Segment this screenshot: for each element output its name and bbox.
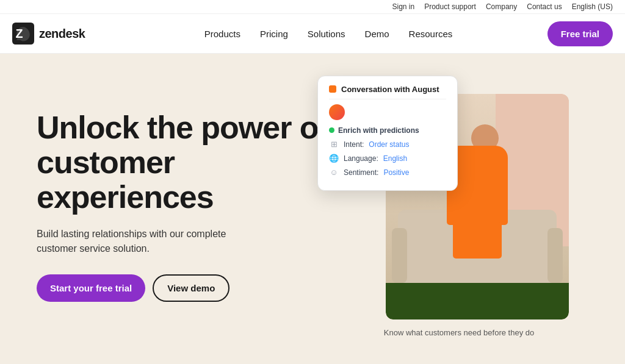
hero-visual: Conversation with August Enrich with pre… bbox=[330, 76, 588, 337]
card-header: Conversation with August bbox=[329, 85, 446, 99]
utility-bar: Sign in Product support Company Contact … bbox=[0, 0, 625, 14]
card-language-row: 🌐 Language: English bbox=[329, 154, 446, 163]
sofa-arm-right bbox=[547, 228, 563, 283]
nav-pricing[interactable]: Pricing bbox=[260, 29, 288, 39]
logo-text: zendesk bbox=[39, 27, 85, 41]
smile-icon: ☺ bbox=[329, 168, 339, 177]
green-dot-icon bbox=[329, 127, 334, 133]
start-free-trial-button[interactable]: Start your free trial bbox=[37, 274, 145, 302]
hero-text-block: Unlock the power of customer experiences… bbox=[37, 110, 330, 302]
contact-us-link[interactable]: Contact us bbox=[527, 2, 562, 11]
nav-products[interactable]: Products bbox=[204, 29, 240, 39]
product-support-link[interactable]: Product support bbox=[424, 2, 476, 11]
hero-section: Unlock the power of customer experiences… bbox=[0, 54, 625, 352]
card-section-title: Enrich with predictions bbox=[329, 126, 446, 135]
navbar: Z zendesk Products Pricing Solutions Dem… bbox=[0, 14, 625, 54]
floor bbox=[386, 283, 569, 319]
nav-links: Products Pricing Solutions Demo Resource… bbox=[109, 29, 547, 39]
zendesk-logo-icon: Z bbox=[12, 23, 34, 45]
svg-text:Z: Z bbox=[15, 27, 23, 40]
globe-icon: 🌐 bbox=[329, 154, 339, 163]
card-title: Conversation with August bbox=[341, 85, 439, 94]
card-avatar bbox=[329, 104, 345, 120]
hero-subtitle: Build lasting relationships with our com… bbox=[37, 227, 269, 256]
hero-title: Unlock the power of customer experiences bbox=[37, 110, 330, 215]
sign-in-link[interactable]: Sign in bbox=[392, 2, 414, 11]
conversation-card: Conversation with August Enrich with pre… bbox=[317, 76, 458, 191]
grid-icon: ⊞ bbox=[329, 140, 339, 149]
nav-resources[interactable]: Resources bbox=[409, 29, 453, 39]
card-header-dot bbox=[329, 85, 336, 93]
nav-solutions[interactable]: Solutions bbox=[308, 29, 345, 39]
view-demo-button[interactable]: View demo bbox=[153, 274, 229, 302]
sofa-arm-left bbox=[392, 228, 407, 283]
language-selector[interactable]: English (US) bbox=[572, 2, 613, 11]
nav-demo[interactable]: Demo bbox=[365, 29, 389, 39]
logo[interactable]: Z zendesk bbox=[12, 23, 85, 45]
hero-caption-container: Know what customers need before they do bbox=[384, 323, 534, 337]
company-link[interactable]: Company bbox=[486, 2, 517, 11]
hero-buttons: Start your free trial View demo bbox=[37, 274, 330, 302]
person-legs bbox=[453, 222, 502, 259]
hero-caption: Know what customers need before they do bbox=[384, 328, 534, 337]
free-trial-button[interactable]: Free trial bbox=[547, 21, 613, 46]
card-sentiment-row: ☺ Sentiment: Positive bbox=[329, 168, 446, 177]
card-intent-row: ⊞ Intent: Order status bbox=[329, 140, 446, 149]
